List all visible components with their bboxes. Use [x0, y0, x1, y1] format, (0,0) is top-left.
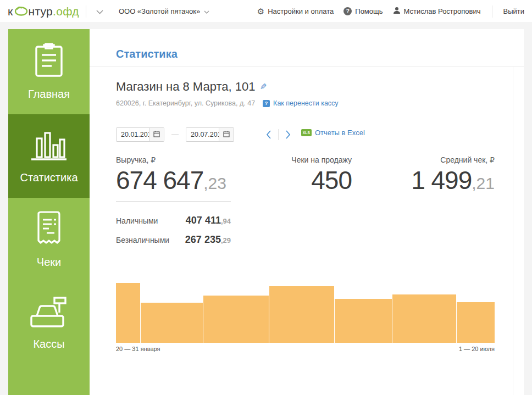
- range-dash: —: [171, 130, 179, 138]
- main-content: Статистика Магазин на 8 Марта, 101 ✎ 620…: [90, 29, 524, 395]
- breakdown-frac: ,29: [221, 236, 231, 244]
- sidebar-item-label: Кассы: [33, 338, 64, 351]
- products-dropdown-button[interactable]: [93, 4, 107, 19]
- card-right-border: [513, 66, 513, 395]
- company-name: ООО «Золотой пятачок»: [119, 7, 200, 15]
- excel-report-link[interactable]: XLS Отчеты в Excel: [301, 129, 365, 137]
- date-to-input[interactable]: [186, 128, 219, 141]
- sidebar-item-kassy[interactable]: Кассы: [8, 281, 90, 365]
- xls-icon: XLS: [301, 129, 312, 136]
- help-label: Помощь: [355, 7, 383, 15]
- cash-register-icon: [29, 296, 69, 330]
- breakdown-value: 267 235,29: [185, 234, 231, 246]
- breakdown-label: Наличными: [116, 216, 158, 225]
- next-period-button[interactable]: [282, 129, 294, 140]
- kontur-cloud-icon: [13, 4, 29, 19]
- revenue-bar-chart[interactable]: [116, 283, 495, 343]
- breakdown-label: Безналичными: [116, 236, 169, 244]
- company-selector[interactable]: ООО «Золотой пятачок»: [119, 7, 209, 15]
- person-icon: [393, 7, 401, 16]
- settings-label: Настройки и оплата: [268, 7, 334, 15]
- calendar-button[interactable]: [219, 128, 234, 141]
- metric-receipts: Чеки на продажу 450: [242, 155, 352, 194]
- help-link[interactable]: ? Помощь: [343, 7, 383, 15]
- user-name: Мстислав Ростропович: [404, 7, 481, 15]
- gear-icon: ⚙: [257, 7, 264, 15]
- transfer-link-label: Как перенести кассу: [273, 99, 339, 107]
- logo-text-ntur: нтур: [29, 5, 53, 18]
- chart-bar[interactable]: [456, 302, 495, 343]
- revenue-int: 674 647: [116, 166, 203, 194]
- date-from-group: [116, 127, 164, 142]
- chart-axis-labels: 20 — 31 января 1 — 20 июля: [116, 346, 495, 352]
- date-from-input[interactable]: [117, 128, 149, 141]
- sidebar-nav: Главная Статистика Чеки: [8, 29, 90, 395]
- app-logo[interactable]: к нтур .офд: [8, 4, 79, 19]
- metric-avg-label: Средний чек, ₽: [357, 155, 495, 164]
- metric-revenue: Выручка, ₽ 674 647,23: [116, 155, 231, 202]
- date-range-controls: —: [116, 127, 294, 142]
- sidebar-item-label: Главная: [28, 88, 70, 101]
- receipt-icon: [36, 211, 62, 248]
- store-subline: 620026, г. Екатеринбург, ул. Сурикова, д…: [116, 99, 339, 107]
- metric-revenue-value: 674 647,23: [116, 166, 231, 194]
- chart-bar[interactable]: [269, 286, 334, 343]
- chart-bar[interactable]: [116, 283, 140, 343]
- chart-bar[interactable]: [203, 296, 269, 343]
- store-name-heading: Магазин на 8 Марта, 101 ✎: [116, 80, 267, 94]
- logout-label: Выйти: [503, 7, 525, 15]
- excel-link-label: Отчеты в Excel: [315, 129, 365, 137]
- avg-int: 1 499: [411, 166, 472, 194]
- clipboard-icon: [34, 43, 64, 80]
- metric-avg-value: 1 499,21: [357, 166, 495, 194]
- calendar-button[interactable]: [149, 128, 164, 141]
- header-divider: [86, 5, 86, 18]
- breakdown-value: 407 411,94: [186, 215, 231, 226]
- header-actions: ⚙ Настройки и оплата ? Помощь Мстислав Р…: [257, 5, 524, 18]
- sidebar-item-statistika[interactable]: Статистика: [8, 114, 90, 198]
- sidebar-item-label: Чеки: [37, 256, 61, 269]
- pencil-icon[interactable]: ✎: [260, 82, 267, 92]
- chart-label-right: 1 — 20 июля: [459, 346, 495, 352]
- prev-period-button[interactable]: [263, 129, 275, 140]
- metric-receipts-label: Чеки на продажу: [242, 155, 352, 164]
- avg-frac: ,21: [472, 174, 495, 192]
- breakdown-row-cash: Наличными 407 411,94: [116, 215, 231, 226]
- logo-text-k: к: [8, 5, 13, 18]
- bar-chart-icon: [30, 129, 68, 164]
- metric-receipts-value: 450: [242, 166, 352, 194]
- sidebar-item-glavnaya[interactable]: Главная: [8, 29, 90, 114]
- breakdown-frac: ,94: [221, 217, 231, 225]
- metric-avg-check: Средний чек, ₽ 1 499,21: [357, 155, 495, 194]
- store-address: 620026, г. Екатеринбург, ул. Сурикова, д…: [116, 99, 255, 107]
- logo-text-ofd: .офд: [53, 5, 79, 18]
- chart-label-left: 20 — 31 января: [116, 346, 160, 352]
- header-divider: [492, 5, 492, 18]
- chevron-down-icon: [204, 7, 209, 15]
- chart-bar[interactable]: [334, 299, 392, 343]
- logout-button[interactable]: Выйти: [503, 7, 525, 15]
- metric-revenue-label: Выручка, ₽: [116, 155, 231, 164]
- question-square-icon: ?: [263, 100, 270, 107]
- revenue-frac: ,23: [203, 174, 226, 192]
- chart-bar[interactable]: [140, 303, 203, 343]
- calendar-icon: [223, 130, 230, 140]
- chart-bar[interactable]: [392, 294, 456, 343]
- store-name: Магазин на 8 Марта, 101: [116, 80, 255, 94]
- breakdown-int: 267 235: [185, 234, 221, 245]
- page-title: Статистика: [116, 48, 178, 60]
- revenue-underline: [116, 201, 231, 202]
- breakdown-row-cashless: Безналичными 267 235,29: [116, 234, 231, 246]
- sidebar-item-label: Статистика: [20, 171, 77, 184]
- user-menu[interactable]: Мстислав Ростропович: [393, 7, 481, 16]
- question-circle-icon: ?: [343, 7, 352, 15]
- sidebar-item-cheki[interactable]: Чеки: [8, 198, 90, 281]
- top-header: к нтур .офд ООО «Золотой пятачок» ⚙ Наст…: [0, 0, 532, 23]
- chevron-down-icon: [96, 7, 103, 16]
- settings-link[interactable]: ⚙ Настройки и оплата: [257, 7, 334, 15]
- breakdown-int: 407 411: [186, 215, 221, 226]
- period-nav: [263, 129, 294, 140]
- page-header: Статистика: [90, 29, 524, 66]
- transfer-kassa-link[interactable]: ? Как перенести кассу: [263, 99, 339, 107]
- arrows-divider: [278, 129, 279, 140]
